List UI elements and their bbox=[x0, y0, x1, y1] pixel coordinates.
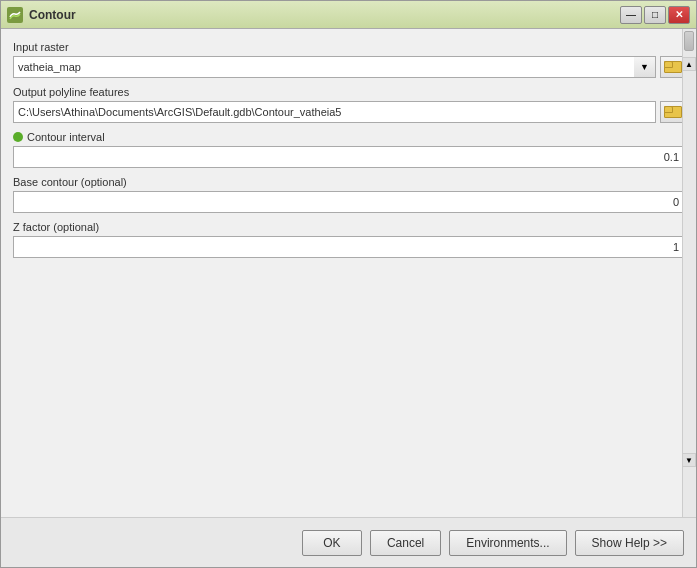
scrollbar-thumb[interactable] bbox=[684, 31, 694, 51]
window-title: Contour bbox=[29, 8, 620, 22]
scrollbar-track: ▲ ▼ bbox=[682, 29, 696, 517]
input-raster-select-wrapper[interactable]: vatheia_map ▼ bbox=[13, 56, 656, 78]
show-help-button[interactable]: Show Help >> bbox=[575, 530, 684, 556]
base-contour-input[interactable] bbox=[13, 191, 684, 213]
title-bar: Contour — □ ✕ bbox=[1, 1, 696, 29]
contour-interval-input[interactable] bbox=[13, 146, 684, 168]
output-polyline-label: Output polyline features bbox=[13, 86, 684, 98]
z-factor-row bbox=[13, 236, 684, 258]
output-polyline-row bbox=[13, 101, 684, 123]
contour-window: Contour — □ ✕ Input raster vatheia_map ▼ bbox=[0, 0, 697, 568]
main-content: Input raster vatheia_map ▼ Output polyli… bbox=[1, 29, 696, 517]
output-polyline-group: Output polyline features bbox=[13, 86, 684, 123]
required-indicator bbox=[13, 132, 23, 142]
input-raster-select[interactable]: vatheia_map bbox=[13, 56, 656, 78]
contour-interval-label: Contour interval bbox=[27, 131, 105, 143]
z-factor-input[interactable] bbox=[13, 236, 684, 258]
scroll-up-arrow[interactable]: ▲ bbox=[682, 57, 696, 71]
output-polyline-browse-button[interactable] bbox=[660, 101, 684, 123]
contour-interval-row bbox=[13, 146, 684, 168]
footer: OK Cancel Environments... Show Help >> bbox=[1, 517, 696, 567]
base-contour-group: Base contour (optional) bbox=[13, 176, 684, 213]
input-raster-group: Input raster vatheia_map ▼ bbox=[13, 41, 684, 78]
base-contour-row bbox=[13, 191, 684, 213]
input-raster-label: Input raster bbox=[13, 41, 684, 53]
window-icon bbox=[7, 7, 23, 23]
input-raster-browse-button[interactable] bbox=[660, 56, 684, 78]
output-polyline-input[interactable] bbox=[13, 101, 656, 123]
empty-area bbox=[13, 266, 684, 505]
cancel-button[interactable]: Cancel bbox=[370, 530, 441, 556]
z-factor-group: Z factor (optional) bbox=[13, 221, 684, 258]
minimize-button[interactable]: — bbox=[620, 6, 642, 24]
input-raster-row: vatheia_map ▼ bbox=[13, 56, 684, 78]
scroll-down-arrow[interactable]: ▼ bbox=[682, 453, 696, 467]
base-contour-label: Base contour (optional) bbox=[13, 176, 684, 188]
environments-button[interactable]: Environments... bbox=[449, 530, 566, 556]
contour-interval-group: Contour interval bbox=[13, 131, 684, 168]
ok-button[interactable]: OK bbox=[302, 530, 362, 556]
folder-icon bbox=[664, 61, 680, 73]
window-controls: — □ ✕ bbox=[620, 6, 690, 24]
folder-icon-2 bbox=[664, 106, 680, 118]
close-button[interactable]: ✕ bbox=[668, 6, 690, 24]
maximize-button[interactable]: □ bbox=[644, 6, 666, 24]
contour-label-row: Contour interval bbox=[13, 131, 684, 143]
z-factor-label: Z factor (optional) bbox=[13, 221, 684, 233]
